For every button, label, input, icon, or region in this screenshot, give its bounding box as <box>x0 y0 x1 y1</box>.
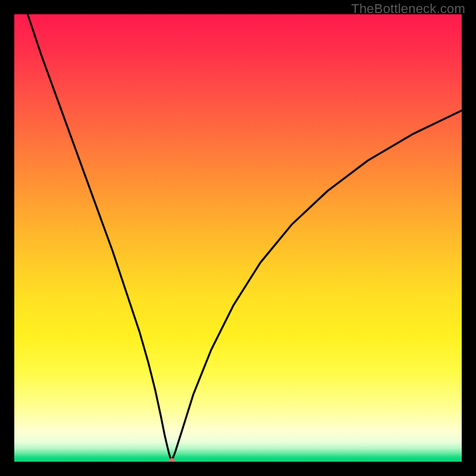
bottleneck-curve <box>14 14 462 462</box>
watermark-text: TheBottleneck.com <box>351 1 465 17</box>
chart-frame: TheBottleneck.com <box>0 0 476 476</box>
cusp-marker <box>168 458 176 462</box>
plot-area <box>14 14 462 462</box>
